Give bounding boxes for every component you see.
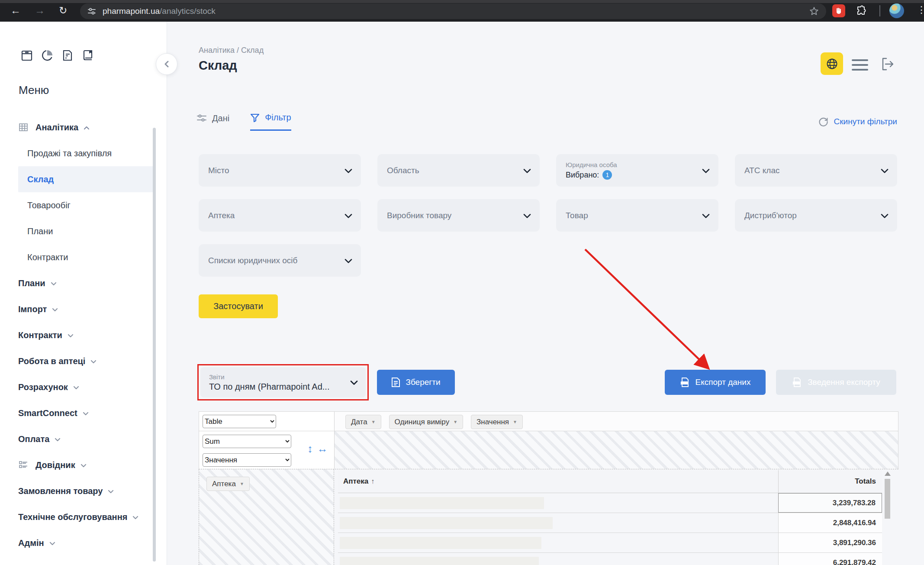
- tab-фільтр[interactable]: Фільтр: [250, 113, 291, 131]
- book-icon[interactable]: [81, 49, 94, 64]
- sidebar-item-склад[interactable]: Склад: [18, 166, 155, 192]
- bookmark-star-icon[interactable]: [809, 6, 819, 16]
- pivot-measures-cell: Sum Значення ↕ ↔: [199, 431, 335, 469]
- sidebar-item-плани[interactable]: Плани: [18, 270, 155, 296]
- hamburger-menu-icon[interactable]: [852, 59, 868, 74]
- sidebar-item-плани[interactable]: Плани: [18, 218, 155, 244]
- sidebar-item-товарообіг[interactable]: Товарообіг: [18, 192, 155, 218]
- sort-ascending-icon[interactable]: ↑: [371, 478, 374, 485]
- filter-dropdown[interactable]: АТС клас: [735, 154, 897, 187]
- back-icon[interactable]: ←: [10, 5, 21, 16]
- extensions-puzzle-icon[interactable]: [856, 5, 867, 18]
- sidebar-quick-icons: [20, 49, 94, 64]
- filter-dropdown[interactable]: Товар: [556, 199, 718, 232]
- sidebar-item-довідник[interactable]: Довідник: [18, 452, 155, 478]
- filter-selected-line: Вибрано:1: [566, 170, 612, 180]
- table-row[interactable]: 3,891,290.36: [338, 533, 882, 553]
- table-row[interactable]: 3,239,783.28: [338, 493, 882, 513]
- filter-dropdown[interactable]: Область: [377, 154, 540, 187]
- document-icon[interactable]: [61, 49, 74, 64]
- layout-select[interactable]: Table: [203, 415, 276, 428]
- sidebar-item-аналітика[interactable]: Аналітика: [18, 114, 155, 140]
- tab-дані[interactable]: Дані: [196, 113, 229, 131]
- sidebar-item-продажі-та-закупівля[interactable]: Продажі та закупівля: [18, 140, 155, 166]
- total-value-cell[interactable]: 2,848,416.94: [778, 513, 882, 533]
- orders-icon[interactable]: [20, 49, 33, 64]
- sidebar-item-контракти[interactable]: Контракти: [18, 244, 155, 270]
- pivot-row-fields-cell: Аптека ▼: [199, 469, 334, 565]
- sidebar-item-label: Імпорт: [18, 304, 47, 314]
- sidebar-item-label: Аналітика: [35, 123, 78, 132]
- column-field-chip[interactable]: Дата▼: [345, 415, 381, 429]
- dropdown-triangle-icon: ▼: [513, 420, 517, 424]
- sidebar-item-технічне-обслуговування[interactable]: Технічне обслуговування: [18, 504, 155, 530]
- filter-dropdown[interactable]: Дистриб'ютор: [735, 199, 897, 232]
- export-summary-button[interactable]: XLSX Зведення експорту: [776, 370, 896, 395]
- total-value-cell[interactable]: 6,291,879.42: [778, 553, 882, 565]
- reset-filters-button[interactable]: Скинути фільтри: [818, 116, 897, 127]
- export-data-button[interactable]: XLSX Експорт даних: [665, 370, 766, 395]
- scroll-up-icon[interactable]: [885, 471, 891, 476]
- row-field-chip[interactable]: Аптека ▼: [206, 477, 250, 491]
- scrollbar-thumb[interactable]: [885, 479, 890, 519]
- filter-dropdown[interactable]: Юридична особаВибрано:1: [556, 154, 718, 187]
- sidebar-item-розрахунок[interactable]: Розрахунок: [18, 374, 155, 400]
- value-select[interactable]: Значення: [203, 453, 291, 467]
- sidebar-item-smartconnect[interactable]: SmartConnect: [18, 400, 155, 426]
- table-row[interactable]: 2,848,416.94: [338, 513, 882, 533]
- tab-label: Дані: [212, 113, 229, 123]
- chevron-down-icon: [108, 490, 114, 494]
- svg-text:XLSX: XLSX: [793, 382, 800, 384]
- url-bar[interactable]: pharmapoint.ua/analytics/stock: [80, 3, 826, 19]
- filter-dropdown[interactable]: Виробник товару: [377, 199, 540, 232]
- sidebar-item-label: Плани: [27, 226, 53, 236]
- pivot-scrollbar[interactable]: [884, 471, 891, 565]
- sidebar-item-оплата[interactable]: Оплата: [18, 426, 155, 452]
- aggregation-select[interactable]: Sum: [203, 435, 291, 448]
- swap-vertical-icon[interactable]: ↕: [307, 442, 313, 455]
- column-field-chip[interactable]: Значення▼: [471, 415, 523, 429]
- filter-label: Аптека: [208, 211, 235, 220]
- reports-dropdown[interactable]: Звіти ТО по дням (Pharmapoint Ad...: [200, 367, 366, 397]
- filters-grid: МістоОбластьЮридична особаВибрано:1АТС к…: [199, 154, 897, 277]
- chevron-down-icon: [344, 168, 352, 173]
- redacted-pharmacy-name: [340, 557, 539, 565]
- filter-dropdown[interactable]: Місто: [199, 154, 361, 187]
- reload-icon[interactable]: ↻: [59, 5, 67, 16]
- site-settings-icon[interactable]: [87, 6, 97, 16]
- main-area: Аналітика / Склад Склад ДаніФільтр Скину…: [167, 22, 924, 565]
- sidebar-item-імпорт[interactable]: Імпорт: [18, 296, 155, 322]
- total-value-cell[interactable]: 3,891,290.36: [778, 533, 882, 552]
- filter-label: Товар: [566, 211, 588, 220]
- chevron-down-icon: [83, 412, 89, 416]
- sidebar-item-робота-в-аптеці[interactable]: Робота в аптеці: [18, 348, 155, 374]
- table-row[interactable]: 6,291,879.42: [338, 553, 882, 565]
- sidebar-item-label: Замовлення товару: [18, 486, 103, 496]
- forward-icon[interactable]: →: [35, 5, 45, 16]
- pie-chart-icon[interactable]: [41, 49, 54, 64]
- chevron-down-icon: [52, 308, 58, 312]
- total-value-cell[interactable]: 3,239,783.28: [778, 493, 882, 513]
- profile-avatar[interactable]: [889, 3, 904, 18]
- filter-dropdown[interactable]: Аптека: [199, 199, 361, 232]
- tab-label: Фільтр: [265, 113, 291, 123]
- adblock-icon[interactable]: [832, 4, 845, 17]
- apply-button[interactable]: Застосувати: [199, 294, 278, 318]
- row-header-label[interactable]: Аптека: [343, 477, 368, 486]
- menu-dots-icon[interactable]: ⋮: [917, 4, 924, 16]
- sidebar-item-контракти[interactable]: Контракти: [18, 322, 155, 348]
- sidebar-item-label: Робота в аптеці: [18, 356, 85, 366]
- swap-horizontal-icon[interactable]: ↔: [317, 442, 328, 455]
- sidebar-scrollbar[interactable]: [153, 128, 156, 562]
- filter-dropdown[interactable]: Списки юридичних осіб: [199, 244, 361, 277]
- column-field-chip[interactable]: Одиниця виміру▼: [389, 415, 463, 429]
- xlsx-file-icon: XLSX: [792, 377, 802, 387]
- sidebar-item-замовлення-товару[interactable]: Замовлення товару: [18, 478, 155, 504]
- sidebar-item-адмін[interactable]: Адмін: [18, 530, 155, 556]
- logout-icon[interactable]: [879, 56, 895, 74]
- language-globe-button[interactable]: [821, 52, 843, 75]
- chevron-down-icon: [49, 542, 55, 546]
- save-button[interactable]: Зберегти: [377, 370, 455, 395]
- sidebar-collapse-button[interactable]: [156, 53, 177, 75]
- svg-text:XLSX: XLSX: [681, 382, 687, 384]
